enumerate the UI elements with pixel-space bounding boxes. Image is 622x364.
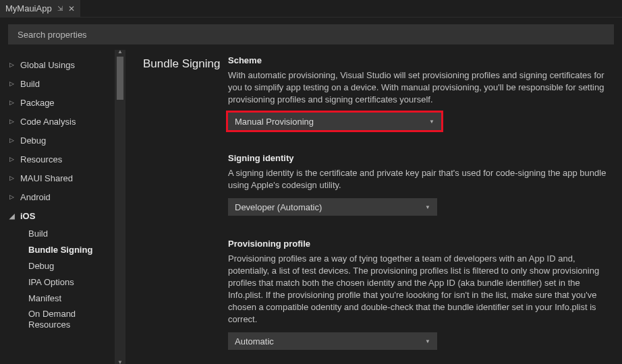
sidebar-item-label: Build: [20, 79, 40, 89]
sidebar-item-label: Code Analysis: [20, 117, 76, 127]
sidebar-sub-label: Bundle Signing: [28, 245, 92, 255]
chevron-right-icon: ▷: [9, 156, 16, 162]
sidebar-item-label: iOS: [20, 211, 35, 221]
sidebar-sub-bundle-signing[interactable]: Bundle Signing: [9, 241, 125, 257]
sidebar-item-package[interactable]: ▷ Package: [9, 93, 125, 112]
setting-label: Scheme: [228, 55, 615, 65]
sidebar-sub-ipa-options[interactable]: IPA Options: [9, 274, 125, 290]
dropdown-value: Automatic: [235, 336, 274, 346]
search-placeholder: Search properties: [18, 30, 87, 40]
content-area: Bundle Signing Scheme With automatic pro…: [125, 50, 622, 364]
sidebar-item-label: MAUI Shared: [20, 173, 73, 183]
dropdown-value: Developer (Automatic): [235, 202, 322, 212]
close-icon[interactable]: ✕: [68, 4, 75, 13]
sidebar-item-build[interactable]: ▷ Build: [9, 74, 125, 93]
chevron-right-icon: ▷: [9, 118, 16, 125]
scheme-dropdown[interactable]: Manual Provisioning ▼: [228, 113, 441, 130]
scroll-up-icon: ▲: [117, 49, 123, 55]
settings-panel: Scheme With automatic provisioning, Visu…: [223, 55, 615, 364]
sidebar-sub-label: Debug: [28, 261, 54, 271]
tab-title: MyMauiApp: [5, 3, 52, 13]
sidebar-item-resources[interactable]: ▷ Resources: [9, 150, 125, 169]
sidebar-item-code-analysis[interactable]: ▷ Code Analysis: [9, 112, 125, 131]
provisioning-profile-dropdown[interactable]: Automatic ▼: [228, 332, 437, 350]
sidebar-item-debug[interactable]: ▷ Debug: [9, 131, 125, 150]
scroll-down-icon: ▼: [117, 359, 123, 364]
scrollbar-thumb[interactable]: [117, 57, 123, 100]
section-title: Bundle Signing: [143, 55, 223, 364]
sidebar-sub-label: Build: [28, 229, 48, 239]
main-area: ▷ Global Usings ▷ Build ▷ Package ▷ Code…: [0, 50, 622, 364]
signing-identity-dropdown[interactable]: Developer (Automatic) ▼: [228, 198, 437, 216]
sidebar-sub-debug[interactable]: Debug: [9, 257, 125, 274]
dropdown-value: Manual Provisioning: [235, 117, 314, 127]
chevron-down-icon: ▼: [429, 119, 434, 125]
sidebar-item-android[interactable]: ▷ Android: [9, 187, 125, 206]
chevron-down-icon: ◢: [9, 212, 16, 220]
sidebar-sub-on-demand-resources[interactable]: On Demand Resources: [9, 306, 104, 333]
chevron-right-icon: ▷: [9, 175, 16, 181]
tab-mymauiapp[interactable]: MyMauiApp ⇲ ✕: [0, 0, 80, 18]
sidebar-item-label: Debug: [20, 135, 46, 146]
chevron-right-icon: ▷: [9, 193, 16, 200]
setting-label: Signing identity: [228, 153, 615, 163]
sidebar-item-maui-shared[interactable]: ▷ MAUI Shared: [9, 169, 125, 187]
sidebar-item-global-usings[interactable]: ▷ Global Usings: [9, 55, 125, 74]
sidebar-sub-label: Manifest: [28, 293, 61, 303]
chevron-down-icon: ▼: [425, 338, 430, 344]
sidebar-item-ios[interactable]: ◢ iOS: [9, 206, 125, 225]
sidebar: ▷ Global Usings ▷ Build ▷ Package ▷ Code…: [0, 50, 125, 364]
setting-description: Provisioning profiles are a way of tying…: [228, 253, 615, 326]
chevron-right-icon: ▷: [9, 99, 16, 106]
sidebar-item-label: Global Usings: [20, 60, 75, 70]
sidebar-sub-label: On Demand Resources: [28, 309, 104, 330]
sidebar-scrollbar[interactable]: ▲ ▼: [115, 50, 125, 364]
chevron-right-icon: ▷: [9, 80, 16, 87]
sidebar-sub-manifest[interactable]: Manifest: [9, 290, 125, 306]
tab-bar: MyMauiApp ⇲ ✕: [0, 0, 622, 18]
setting-description: A signing identity is the certificate an…: [228, 167, 615, 191]
sidebar-item-label: Resources: [20, 154, 62, 164]
setting-description: With automatic provisioning, Visual Stud…: [228, 69, 615, 106]
setting-provisioning-profile: Provisioning profile Provisioning profil…: [228, 239, 615, 350]
setting-label: Provisioning profile: [228, 239, 615, 249]
chevron-down-icon: ▼: [425, 204, 430, 210]
setting-scheme: Scheme With automatic provisioning, Visu…: [228, 55, 615, 130]
chevron-right-icon: ▷: [9, 61, 16, 68]
sidebar-item-label: Android: [20, 192, 51, 202]
sidebar-sub-label: IPA Options: [28, 277, 74, 287]
pin-icon[interactable]: ⇲: [57, 5, 63, 12]
sidebar-item-label: Package: [20, 98, 55, 108]
sidebar-sub-build[interactable]: Build: [9, 225, 125, 241]
search-input[interactable]: Search properties: [8, 24, 614, 44]
setting-signing-identity: Signing identity A signing identity is t…: [228, 153, 615, 216]
chevron-right-icon: ▷: [9, 137, 16, 144]
